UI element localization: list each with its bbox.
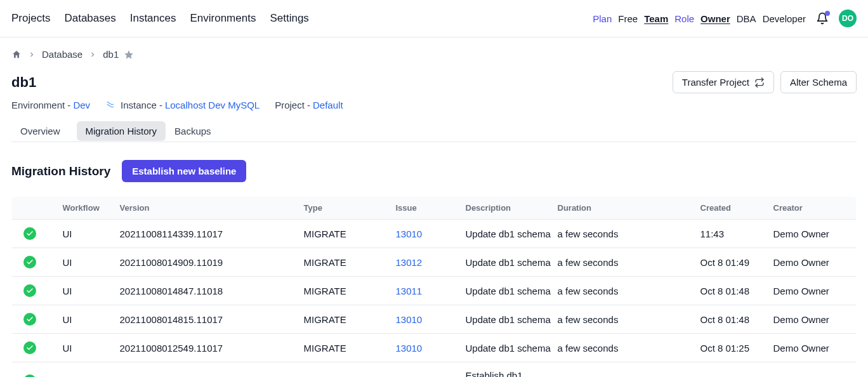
topnav-settings[interactable]: Settings	[270, 12, 308, 25]
role-label[interactable]: Role	[674, 13, 694, 24]
success-check-icon	[23, 313, 36, 326]
cell-workflow: UI	[50, 248, 120, 277]
col-workflow: Workflow	[50, 197, 120, 220]
home-icon[interactable]	[11, 50, 22, 60]
top-nav: ProjectsDatabasesInstancesEnvironmentsSe…	[11, 12, 309, 25]
cell-creator: Demo Owner	[773, 220, 857, 248]
cell-creator: Demo Owner	[773, 305, 857, 334]
table-header-row: Workflow Version Type Issue Description …	[12, 197, 857, 220]
tab-migration-history[interactable]: Migration History	[77, 121, 166, 141]
cell-creator: Demo Owner	[773, 334, 857, 362]
cell-version: 20211008014847.11018	[120, 277, 304, 305]
cell-created: Oct 8 01:48	[700, 305, 773, 334]
notification-dot-icon	[825, 11, 830, 16]
issue-link[interactable]: 13011	[396, 286, 423, 296]
chevron-right-icon	[89, 51, 96, 58]
issue-link[interactable]: 13010	[396, 343, 423, 354]
issue-link[interactable]: 13012	[396, 257, 423, 268]
issue-link[interactable]: 13010	[396, 228, 423, 239]
cell-version: 20211006233228.11020	[120, 362, 304, 378]
cell-duration: a few seconds	[558, 334, 700, 362]
col-created: Created	[700, 197, 773, 220]
cell-description: Update db1 schema	[466, 277, 558, 305]
topnav-instances[interactable]: Instances	[130, 12, 176, 25]
chevron-right-icon	[28, 51, 36, 58]
transfer-icon	[754, 77, 765, 88]
success-check-icon	[23, 341, 36, 354]
breadcrumb-current: db1	[103, 49, 119, 60]
cell-type: MIGRATE	[304, 334, 396, 362]
table-row[interactable]: UI20211008014815.11017MIGRATE13010Update…	[12, 305, 857, 334]
transfer-project-button[interactable]: Transfer Project	[673, 71, 774, 93]
table-body: UI20211008114339.11017MIGRATE13010Update…	[12, 220, 857, 378]
cell-duration: a few seconds	[558, 277, 700, 305]
cell-created: 11:43	[700, 220, 773, 248]
cell-workflow: UI	[50, 362, 120, 378]
plan-label[interactable]: Plan	[593, 13, 612, 24]
svg-marker-0	[125, 50, 133, 58]
success-check-icon	[23, 227, 36, 240]
table-row[interactable]: UI20211008012549.11017MIGRATE13010Update…	[12, 334, 857, 362]
migration-history-table: Workflow Version Type Issue Description …	[11, 196, 857, 377]
cell-description: Update db1 schema	[466, 220, 558, 248]
table-row[interactable]: UI20211008114339.11017MIGRATE13010Update…	[12, 220, 857, 248]
cell-type: MIGRATE	[304, 277, 396, 305]
topnav-databases[interactable]: Databases	[64, 12, 115, 25]
cell-created: Oct 8 01:49	[700, 248, 773, 277]
establish-baseline-button[interactable]: Establish new baseline	[122, 160, 246, 182]
success-check-icon	[23, 374, 36, 377]
page-title: db1	[11, 74, 36, 91]
transfer-project-label: Transfer Project	[682, 77, 749, 88]
cell-version: 20211008012549.11017	[120, 334, 304, 362]
notifications-button[interactable]	[816, 12, 829, 25]
cell-duration: a few seconds	[558, 305, 700, 334]
dba-link[interactable]: DBA	[737, 13, 756, 24]
avatar[interactable]: DO	[839, 10, 857, 27]
cell-type: BASELINE	[304, 362, 396, 378]
page-body: Database db1 db1 Transfer Project Alter …	[0, 37, 868, 377]
cell-created: Oct 8 01:48	[700, 277, 773, 305]
topbar: ProjectsDatabasesInstancesEnvironmentsSe…	[0, 0, 868, 37]
alter-schema-label: Alter Schema	[790, 77, 847, 88]
cell-creator: Demo Owner	[773, 277, 857, 305]
tab-backups[interactable]: Backups	[166, 121, 220, 141]
cell-duration: a few seconds	[558, 248, 700, 277]
cell-created: Oct 8 01:25	[700, 334, 773, 362]
meta-line: Environment - Dev Instance - Localhost D…	[11, 100, 857, 110]
star-icon[interactable]	[124, 50, 134, 60]
cell-workflow: UI	[50, 277, 120, 305]
alter-schema-button[interactable]: Alter Schema	[780, 71, 857, 93]
role-value[interactable]: Owner	[700, 13, 730, 24]
issue-link[interactable]: 13010	[396, 314, 423, 325]
cell-version: 20211008014815.11017	[120, 305, 304, 334]
section-title: Migration History	[11, 164, 110, 178]
table-row[interactable]: UI20211006233228.11020BASELINE13013Estab…	[12, 362, 857, 378]
cell-type: MIGRATE	[304, 305, 396, 334]
cell-duration: a few seconds	[558, 220, 700, 248]
col-issue: Issue	[396, 197, 466, 220]
table-row[interactable]: UI20211008014909.11019MIGRATE13012Update…	[12, 248, 857, 277]
cell-type: MIGRATE	[304, 248, 396, 277]
env-link[interactable]: Dev	[73, 100, 90, 110]
table-row[interactable]: UI20211008014847.11018MIGRATE13011Update…	[12, 277, 857, 305]
cell-version: 20211008014909.11019	[120, 248, 304, 277]
cell-description: Update db1 schema	[466, 334, 558, 362]
inst-link[interactable]: Localhost Dev MySQL	[165, 100, 260, 110]
breadcrumb-database[interactable]: Database	[42, 49, 82, 60]
team-link[interactable]: Team	[644, 13, 668, 24]
inst-label: Instance -	[121, 100, 162, 110]
cell-workflow: UI	[50, 220, 120, 248]
success-check-icon	[23, 256, 36, 268]
topnav-environments[interactable]: Environments	[190, 12, 256, 25]
cell-duration: a few seconds	[558, 362, 700, 378]
proj-label: Project -	[275, 100, 310, 110]
col-creator: Creator	[773, 197, 857, 220]
col-type: Type	[304, 197, 396, 220]
breadcrumb: Database db1	[11, 49, 857, 60]
topnav-projects[interactable]: Projects	[11, 12, 50, 25]
proj-link[interactable]: Default	[313, 100, 343, 110]
tab-overview[interactable]: Overview	[11, 121, 69, 141]
db-type-icon	[105, 100, 115, 110]
developer-link[interactable]: Developer	[763, 13, 806, 24]
col-description: Description	[466, 197, 558, 220]
